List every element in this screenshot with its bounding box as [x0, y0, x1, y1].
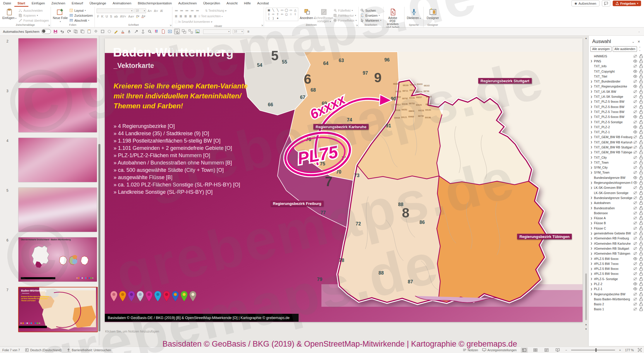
notes-placeholder[interactable]: Klicken Sie, um Notizen hinzuzufügen — [105, 330, 159, 333]
shape-glyph-4[interactable]: ◯ — [284, 8, 289, 12]
unlocked-icon[interactable] — [638, 241, 644, 246]
fit-to-window-icon[interactable] — [638, 348, 642, 352]
cut-button[interactable]: Ausschneiden — [18, 8, 49, 13]
unlocked-icon[interactable] — [638, 110, 644, 114]
visibility-hidden-icon[interactable] — [632, 54, 638, 58]
visibility-eye-icon[interactable] — [632, 181, 638, 184]
unlocked-icon[interactable] — [638, 84, 644, 88]
expander-chevron-icon[interactable]: ❯ — [590, 232, 594, 235]
layer-name[interactable]: Regierungsbezirksgrenzen BW — [594, 181, 632, 184]
layer-name[interactable]: gemeindefreie Gebiete BW — [594, 232, 632, 235]
visibility-hidden-icon[interactable] — [632, 145, 638, 149]
layer-row--gemeinden-rb-karlsruhe[interactable]: ❯#Gemeinden RB Karlsruhe — [589, 241, 644, 246]
accessibility-status[interactable]: Barrierefreiheit: Untersuchen — [67, 348, 111, 352]
indent-button[interactable]: ≔ — [190, 9, 194, 13]
designer-button[interactable]: Designer — [425, 8, 441, 20]
expander-chevron-icon[interactable]: ❯ — [590, 181, 594, 184]
layer-name[interactable]: Flüsse C — [594, 227, 632, 230]
layer-name[interactable]: TXT_GEM_BW RB Tübingen — [594, 150, 632, 154]
visibility-hidden-icon[interactable] — [632, 80, 638, 83]
expander-chevron-icon[interactable]: ❯ — [590, 242, 594, 245]
visibility-eye-icon[interactable] — [632, 75, 638, 78]
copy-style-icon[interactable] — [73, 29, 78, 34]
layer-row-txt-plz-5-9xxxx-bw[interactable]: ❯TXT_PLZ-5 9xxxx BW — [589, 99, 644, 104]
unlocked-icon[interactable] — [638, 246, 644, 251]
visibility-hidden-icon[interactable] — [632, 252, 638, 255]
visibility-eye-icon[interactable] — [632, 287, 638, 291]
highlighter-icon[interactable] — [154, 29, 159, 34]
expander-chevron-icon[interactable]: ❯ — [590, 116, 594, 118]
unlocked-icon[interactable] — [638, 251, 644, 256]
columns-button[interactable]: ≣ — [193, 14, 197, 18]
align-text-button[interactable]: ⌸ Text ausrichten ▾ — [198, 15, 223, 18]
shape-outline-button[interactable]: Formkontur▾ — [333, 13, 357, 18]
view-sorter-button[interactable] — [532, 347, 539, 353]
layer-name[interactable]: Basis 2 — [594, 302, 632, 306]
unlocked-icon[interactable] — [638, 54, 644, 58]
layer-row-regierungsbezirksgrenzen-bw[interactable]: ❯Regierungsbezirksgrenzen BW — [589, 180, 644, 185]
layer-name[interactable]: SYM_City — [594, 166, 632, 169]
promo-text[interactable]: Kreieren Sie Ihre eigene Karten-Variante… — [114, 81, 248, 111]
qat-font-name-combo[interactable]: ▾ — [203, 29, 231, 34]
layer-name[interactable]: #PLZ-5 BW 7xxxx — [594, 262, 632, 265]
unlocked-icon[interactable] — [638, 170, 644, 174]
layer-row-basis-1[interactable]: Basis 1 — [589, 307, 644, 312]
italic-button[interactable]: K — [101, 15, 104, 18]
fill-color-icon[interactable] — [93, 29, 98, 34]
layer-name[interactable]: TXT_Info — [594, 64, 632, 68]
layer-name[interactable]: TXT_PLZ-5 7xxxx BW — [594, 110, 632, 114]
bold-button[interactable]: F — [97, 15, 100, 18]
visibility-hidden-icon[interactable] — [632, 206, 638, 210]
visibility-hidden-icon[interactable] — [632, 105, 638, 109]
zoom-slider-thumb[interactable] — [595, 348, 597, 352]
find-button[interactable]: Suchen — [360, 8, 381, 13]
align-left-button[interactable]: ≣ — [174, 14, 178, 18]
visibility-hidden-icon[interactable] — [632, 120, 638, 124]
autosave-toggle[interactable] — [42, 29, 51, 34]
layer-name[interactable]: #PLZ-5 BW 9xxxx — [594, 272, 632, 275]
record-button[interactable]: ◉ Aufzeichnen — [571, 0, 600, 6]
font-color-icon[interactable]: A — [120, 29, 125, 34]
layer-row-txt-gem-bw-rb-t-bingen[interactable]: ❯TXT_GEM_BW RB Tübingen — [589, 150, 644, 155]
align-right-button[interactable]: ≣ — [184, 14, 187, 18]
shape-glyph-11[interactable]: ◻ — [284, 12, 289, 16]
layer-row-gemeindefreie-gebiete-bw[interactable]: ❯gemeindefreie Gebiete BW — [589, 231, 644, 236]
expander-chevron-icon[interactable]: ❯ — [590, 90, 594, 93]
move-down-icon[interactable]: ⌄ — [639, 49, 641, 52]
shape-glyph-10[interactable]: ⇦ — [280, 12, 284, 16]
visibility-eye-icon[interactable] — [632, 70, 638, 73]
layer-name[interactable]: #PLZ-5- Sonstige — [594, 277, 632, 281]
tab-animationen[interactable]: Animationen — [109, 0, 135, 7]
shape-glyph-5[interactable]: ▭ — [289, 8, 293, 12]
visibility-hidden-icon[interactable] — [632, 140, 638, 144]
layer-row-bundeslandgrenze-bw[interactable]: Bundeslandgrenze BW — [589, 175, 644, 180]
tab-hilfe[interactable]: Hilfe — [241, 0, 254, 7]
font-size-combo[interactable]: 18▾ — [134, 8, 146, 13]
expander-chevron-icon[interactable]: ❯ — [590, 156, 594, 159]
layer-name[interactable]: TXT_PLZ-5 Sonstige — [594, 120, 632, 124]
visibility-hidden-icon[interactable] — [632, 227, 638, 230]
layer-name[interactable]: Regierungsbezirke BW — [594, 292, 632, 296]
unlocked-icon[interactable] — [638, 272, 644, 276]
layer-name[interactable]: TXT_GEM_BW RB Karlsruhe — [594, 140, 632, 144]
unlocked-icon[interactable] — [638, 155, 644, 160]
redo-icon[interactable] — [66, 29, 71, 34]
expander-chevron-icon[interactable]: ❯ — [590, 207, 594, 209]
layer-name[interactable]: TXT_GEM_BW RB Freiburg — [594, 135, 632, 139]
shape-effects-button[interactable]: Formeffekte▾ — [333, 18, 357, 23]
layer-name[interactable]: #Gemeinden RB Freiburg — [594, 237, 632, 240]
layer-name[interactable]: SYM_Town — [594, 171, 632, 174]
layer-name[interactable]: TXT_LK-SK Sonstige — [594, 95, 632, 98]
display-settings-button[interactable]: Anzeigeeinstellungen — [482, 348, 517, 352]
pdf-tool-icon[interactable] — [161, 29, 166, 34]
layer-row-txt-gem-bw-rb-freiburg[interactable]: ❯TXT_GEM_BW RB Freiburg — [589, 135, 644, 140]
unlocked-icon[interactable] — [638, 115, 644, 119]
expander-chevron-icon[interactable]: ❯ — [590, 262, 594, 265]
expander-chevron-icon[interactable]: ❯ — [590, 222, 594, 225]
visibility-hidden-icon[interactable] — [632, 272, 638, 275]
unlocked-icon[interactable] — [638, 90, 644, 94]
unlocked-icon[interactable] — [638, 297, 644, 301]
visibility-hidden-icon[interactable] — [632, 307, 638, 311]
layer-name[interactable]: TXT_Bundesländer — [594, 80, 632, 83]
dialog-launcher-icon[interactable]: ⇲ — [48, 24, 50, 27]
